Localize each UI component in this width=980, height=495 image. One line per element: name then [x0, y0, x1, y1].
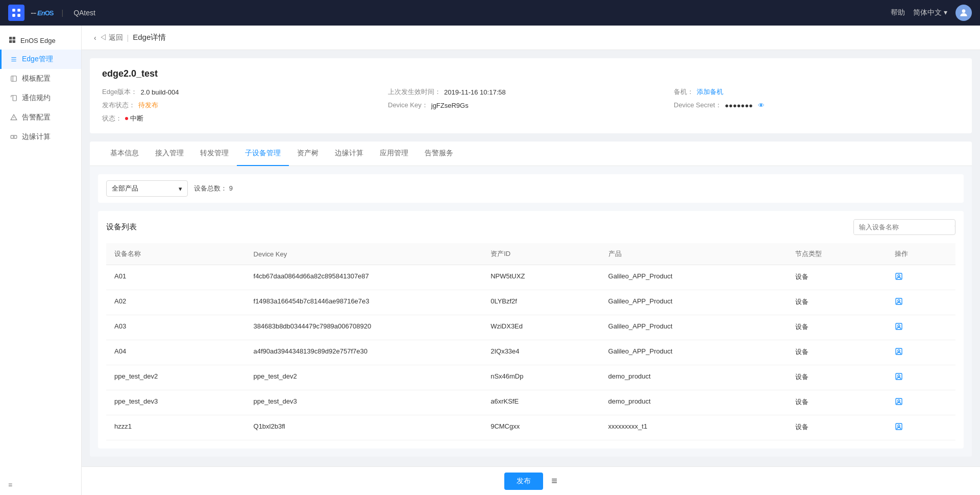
tab-assets[interactable]: 资产树 [289, 142, 327, 166]
edge-version-value: 2.0 build-004 [140, 88, 179, 96]
last-publish-row: 上次发生效时间： 2019-11-16 10:17:58 [388, 87, 674, 97]
row-action-icon[interactable] [895, 298, 903, 307]
cell-device-key: f4cb67daa0864d66a82c895841307e87 [246, 265, 483, 290]
standby-value[interactable]: 添加备机 [697, 87, 723, 97]
svg-point-15 [898, 275, 900, 277]
breadcrumb: ‹ ◁ 返回 | Edge详情 [82, 26, 980, 50]
row-action-icon[interactable] [895, 423, 903, 432]
cell-product: demo_product [600, 365, 788, 390]
back-label: ◁ 返回 [100, 33, 123, 42]
svg-rect-11 [11, 135, 17, 138]
tab-edge-calc[interactable]: 边缘计算 [327, 142, 372, 166]
detail-info-grid: Edge版本： 2.0 build-004 上次发生效时间： 2019-11-1… [102, 87, 960, 123]
search-icon [954, 223, 955, 230]
cell-name: A01 [106, 265, 246, 290]
col-header-asset-id: 资产ID [482, 243, 600, 265]
cell-name: A04 [106, 340, 246, 365]
chevron-down-icon: ▾ [179, 185, 182, 193]
svg-point-13 [955, 224, 955, 228]
sidebar-item-edge-compute[interactable]: 边缘计算 [0, 127, 81, 147]
cell-node-type: 设备 [787, 265, 887, 290]
cell-device-key: Q1bxl2b3fl [246, 415, 483, 440]
cell-product: Galileo_APP_Product [600, 290, 788, 315]
svg-point-27 [898, 425, 900, 427]
tab-device[interactable]: 子设备管理 [237, 142, 289, 166]
sidebar-item-edge-mgmt[interactable]: Edge管理 [0, 50, 81, 69]
table-header: 设备名称 Device Key 资产ID 产品 节点类型 操作 [106, 243, 955, 265]
sidebar-collapse[interactable]: ≡ [0, 475, 81, 495]
last-publish-value: 2019-11-16 10:17:58 [444, 88, 506, 96]
nav-right: 帮助 简体中文 ▾ [891, 5, 972, 21]
tab-access[interactable]: 接入管理 [147, 142, 192, 166]
lang-switcher[interactable]: 简体中文 ▾ [913, 8, 947, 17]
user-avatar[interactable] [955, 5, 972, 21]
cell-device-key: a4f90ad3944348139c89d92e757f7e30 [246, 340, 483, 365]
toggle-secret-icon[interactable]: 👁 [758, 102, 765, 109]
back-button[interactable]: ‹ ◁ 返回 [94, 33, 123, 42]
tab-basic[interactable]: 基本信息 [102, 142, 147, 166]
publish-button[interactable]: 发布 [504, 473, 543, 490]
sidebar-item-alert-config[interactable]: 告警配置 [0, 108, 81, 127]
table-body: A01 f4cb67daa0864d66a82c895841307e87 NPW… [106, 265, 955, 440]
cell-node-type: 设备 [787, 340, 887, 365]
tab-content: 全部产品 ▾ 设备总数： 9 设备列表 [90, 166, 972, 457]
breadcrumb-separator: | [127, 34, 129, 42]
row-action-icon[interactable] [895, 323, 903, 332]
svg-rect-5 [9, 37, 12, 39]
total-label: 设备总数： [194, 184, 227, 192]
publish-status-value: 待发布 [138, 101, 158, 110]
device-table: 设备名称 Device Key 资产ID 产品 节点类型 操作 A01 f4cb… [106, 243, 955, 440]
cell-name: ppe_test_dev3 [106, 390, 246, 415]
cell-name: A02 [106, 290, 246, 315]
edge-version-row: Edge版本： 2.0 build-004 [102, 87, 388, 97]
device-secret-label: Device Secret： [674, 101, 722, 110]
search-input[interactable] [854, 220, 950, 234]
sidebar-label-comm: 通信规约 [22, 93, 51, 103]
row-action-icon[interactable] [895, 398, 903, 407]
table-row: ppe_test_dev3 ppe_test_dev3 a6xrKSfE dem… [106, 390, 955, 415]
app-grid-button[interactable] [8, 5, 24, 21]
svg-rect-6 [13, 37, 15, 39]
cell-action [887, 265, 955, 290]
compute-icon [10, 133, 18, 141]
cell-node-type: 设备 [787, 315, 887, 340]
svg-rect-0 [12, 9, 15, 12]
sidebar-item-comm-protocol[interactable]: 通信规约 [0, 88, 81, 108]
sidebar-title: EnOS Edge [0, 30, 81, 50]
cell-name: hzzz1 [106, 415, 246, 440]
more-menu-button[interactable]: ≡ [551, 475, 557, 487]
row-action-icon[interactable] [895, 373, 903, 382]
col-header-product: 产品 [600, 243, 788, 265]
cell-asset-id: a6xrKSfE [482, 390, 600, 415]
edge-nav-icon [8, 36, 16, 44]
cell-action [887, 315, 955, 340]
search-button[interactable] [950, 220, 955, 234]
device-secret-row: Device Secret： ●●●●●●● 👁 [674, 101, 960, 110]
col-header-device-key: Device Key [246, 243, 483, 265]
comm-icon [10, 94, 18, 102]
standby-label: 备机： [674, 87, 694, 97]
svg-rect-9 [11, 76, 17, 82]
sidebar-label-edge-mgmt: Edge管理 [22, 55, 53, 64]
page-layout: EnOS Edge Edge管理 模板配置 [0, 26, 980, 495]
table-row: A01 f4cb67daa0864d66a82c895841307e87 NPW… [106, 265, 955, 290]
avatar-icon [959, 8, 969, 18]
tab-forward[interactable]: 转发管理 [192, 142, 237, 166]
help-link[interactable]: 帮助 [891, 8, 905, 17]
tab-app-mgmt[interactable]: 应用管理 [372, 142, 416, 166]
sidebar-item-template-config[interactable]: 模板配置 [0, 69, 81, 88]
cell-asset-id: 0LYBzf2f [482, 290, 600, 315]
product-filter-select[interactable]: 全部产品 ▾ [106, 180, 188, 197]
row-action-icon[interactable] [895, 273, 903, 282]
table-row: A02 f14983a166454b7c81446ae98716e7e3 0LY… [106, 290, 955, 315]
cell-device-key: f14983a166454b7c81446ae98716e7e3 [246, 290, 483, 315]
cell-product: demo_product [600, 390, 788, 415]
tab-alert-svc[interactable]: 告警服务 [416, 142, 461, 166]
publish-status-label: 发布状态： [102, 101, 135, 110]
svg-rect-2 [12, 14, 15, 17]
page-title: Edge详情 [133, 33, 166, 42]
search-box [853, 219, 955, 235]
cell-action [887, 340, 955, 365]
row-action-icon[interactable] [895, 348, 903, 357]
collapse-icon: ≡ [8, 481, 12, 489]
